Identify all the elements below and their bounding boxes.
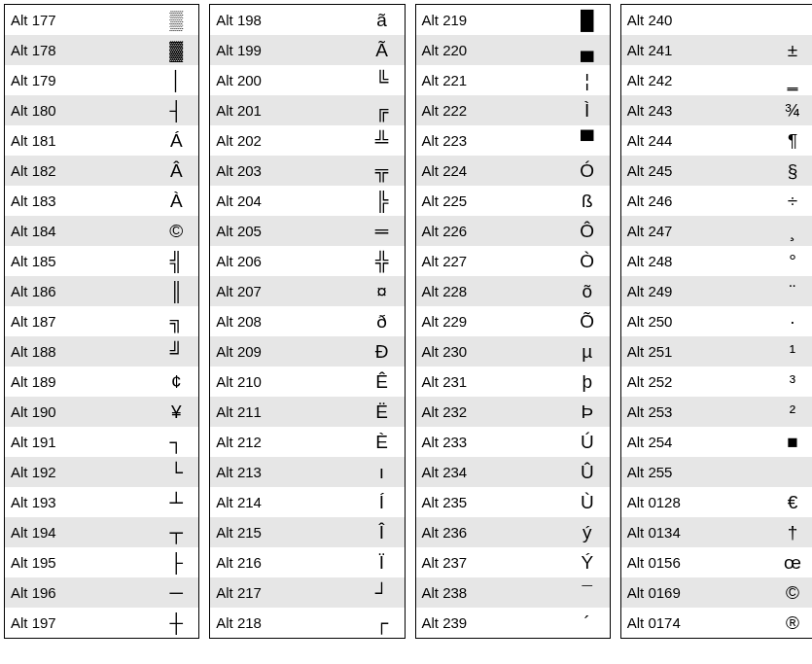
alt-code: Alt 178 — [5, 42, 154, 58]
alt-code: Alt 0134 — [621, 524, 770, 541]
alt-code: Alt 195 — [5, 554, 154, 571]
table-row: Alt 245§ — [621, 156, 812, 186]
table-row: Alt 211Ë — [210, 397, 404, 427]
table-row: Alt 232Þ — [416, 397, 610, 427]
table-row: Alt 241± — [621, 35, 812, 65]
alt-symbol: ß — [565, 192, 610, 210]
alt-symbol: ╚ — [360, 71, 405, 89]
table-row: Alt 217┘ — [210, 577, 404, 608]
alt-symbol: ┘ — [360, 583, 405, 602]
alt-code: Alt 184 — [5, 223, 154, 239]
table-row: Alt 185╣ — [5, 246, 198, 276]
alt-symbol: ¸ — [770, 222, 812, 240]
alt-symbol: · — [770, 312, 812, 331]
alt-symbol: Ë — [360, 402, 405, 421]
alt-code: Alt 217 — [210, 584, 359, 601]
alt-code: Alt 216 — [210, 554, 359, 571]
table-row: Alt 221¦ — [416, 65, 610, 95]
table-row: Alt 201╔ — [210, 95, 404, 125]
table-row: Alt 216Ï — [210, 547, 404, 577]
alt-code: Alt 230 — [416, 343, 565, 360]
alt-symbol: ± — [770, 41, 812, 59]
alt-code: Alt 201 — [210, 102, 359, 119]
table-row: Alt 254■ — [621, 427, 812, 457]
alt-code: Alt 208 — [210, 313, 359, 330]
alt-code: Alt 236 — [416, 524, 565, 541]
alt-code: Alt 212 — [210, 434, 359, 450]
alt-symbol: Ê — [360, 372, 405, 391]
alt-code: Alt 186 — [5, 283, 154, 299]
alt-symbol: ┐ — [154, 433, 198, 451]
table-row: Alt 190¥ — [5, 397, 198, 427]
alt-symbol: │ — [154, 71, 198, 89]
alt-code: Alt 251 — [621, 343, 770, 360]
table-row: Alt 186║ — [5, 276, 198, 306]
alt-symbol: ┌ — [360, 613, 405, 632]
alt-symbol: ╔ — [360, 101, 405, 120]
alt-code: Alt 185 — [5, 253, 154, 269]
alt-code: Alt 193 — [5, 494, 154, 510]
table-row: Alt 238¯ — [416, 577, 610, 608]
alt-symbol: § — [770, 161, 812, 180]
table-row: Alt 223▀ — [416, 125, 610, 156]
alt-code: Alt 229 — [416, 313, 565, 330]
alt-code: Alt 245 — [621, 162, 770, 179]
alt-code: Alt 224 — [416, 162, 565, 179]
alt-code: Alt 0174 — [621, 614, 770, 631]
alt-symbol: € — [770, 493, 812, 511]
alt-code: Alt 237 — [416, 554, 565, 571]
table-row: Alt 227Ò — [416, 246, 610, 276]
alt-code: Alt 211 — [210, 403, 359, 420]
table-row: Alt 206╬ — [210, 246, 404, 276]
alt-symbol: þ — [565, 372, 610, 391]
table-row: Alt 179│ — [5, 65, 198, 95]
alt-code: Alt 190 — [5, 403, 154, 420]
alt-symbol: Þ — [565, 402, 610, 421]
alt-symbol: Ã — [360, 41, 405, 59]
table-row: Alt 188╝ — [5, 336, 198, 367]
table-row: Alt 183À — [5, 186, 198, 216]
table-row: Alt 242‗ — [621, 65, 812, 95]
alt-code: Alt 243 — [621, 102, 770, 119]
alt-symbol: ¦ — [565, 71, 610, 89]
alt-code: Alt 183 — [5, 192, 154, 209]
alt-symbol: ´ — [565, 613, 610, 632]
table-row: Alt 255 — [621, 457, 812, 487]
alt-symbol: ┴ — [154, 493, 198, 511]
table-row: Alt 225ß — [416, 186, 610, 216]
alt-code: Alt 209 — [210, 343, 359, 360]
alt-symbol: ╩ — [360, 131, 405, 150]
alt-code: Alt 191 — [5, 434, 154, 450]
alt-code: Alt 177 — [5, 12, 154, 28]
alt-symbol: ² — [770, 402, 812, 421]
table-row: Alt 0156œ — [621, 547, 812, 577]
table-row: Alt 215Î — [210, 517, 404, 547]
alt-code: Alt 218 — [210, 614, 359, 631]
alt-symbol: Ò — [565, 252, 610, 270]
alt-symbol: © — [770, 583, 812, 602]
alt-symbol: ı — [360, 463, 405, 481]
alt-code: Alt 179 — [5, 72, 154, 88]
table-row: Alt 0134† — [621, 517, 812, 547]
alt-symbol: ‗ — [770, 71, 812, 89]
alt-code: Alt 182 — [5, 162, 154, 179]
alt-symbol: ³ — [770, 372, 812, 391]
alt-symbol: ð — [360, 312, 405, 331]
table-row: Alt 239´ — [416, 608, 610, 638]
alt-symbol: † — [770, 523, 812, 542]
alt-code: Alt 225 — [416, 192, 565, 209]
alt-symbol: ╗ — [154, 312, 198, 331]
table-row: Alt 213ı — [210, 457, 404, 487]
alt-symbol: ã — [360, 11, 405, 29]
column-1: Alt 177▒Alt 178▓Alt 179│Alt 180┤Alt 181Á… — [4, 4, 199, 639]
table-row: Alt 247¸ — [621, 216, 812, 246]
alt-symbol: Ô — [565, 222, 610, 240]
table-row: Alt 210Ê — [210, 367, 404, 397]
table-row: Alt 228õ — [416, 276, 610, 306]
alt-code: Alt 235 — [416, 494, 565, 510]
alt-symbol: ÷ — [770, 192, 812, 210]
alt-symbol: œ — [770, 553, 812, 572]
table-row: Alt 189¢ — [5, 367, 198, 397]
alt-code: Alt 238 — [416, 584, 565, 601]
alt-symbol: ╬ — [360, 252, 405, 270]
